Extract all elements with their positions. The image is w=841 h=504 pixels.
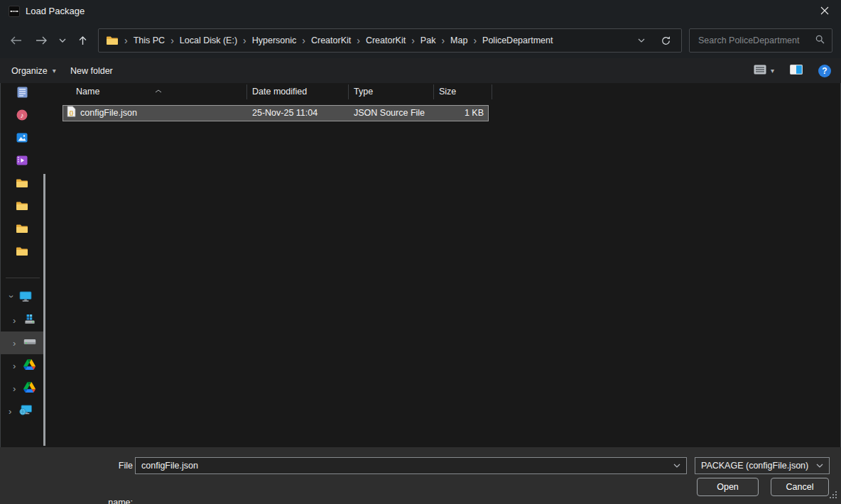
toolbar-right-group: ▾ ?	[754, 58, 831, 83]
refresh-button[interactable]	[653, 35, 674, 46]
file-row-selected[interactable]: {} configFile.json 25-Nov-25 11:04 JSON …	[63, 105, 489, 121]
local-disk-icon	[23, 338, 36, 349]
chevron-down-icon: ▾	[53, 67, 56, 75]
file-name-combobox[interactable]	[135, 457, 687, 474]
app-icon	[9, 6, 20, 17]
breadcrumb-item[interactable]: Local Disk (E:)	[178, 35, 239, 45]
cancel-button[interactable]: Cancel	[771, 478, 829, 496]
sidebar-item-pictures[interactable]	[0, 127, 44, 150]
chevron-expanded-icon[interactable]: ›	[7, 295, 16, 300]
column-divider[interactable]	[492, 84, 492, 99]
open-label: Open	[717, 482, 739, 492]
up-button[interactable]	[72, 23, 92, 58]
sidebar-item-music[interactable]: ♪	[0, 104, 44, 127]
sidebar-item-system-drive[interactable]: ›	[0, 309, 44, 332]
sidebar-item-folder-2[interactable]	[0, 195, 44, 218]
details-view-icon	[754, 65, 766, 77]
sidebar-item-this-pc[interactable]: ›	[0, 286, 44, 309]
new-folder-button[interactable]: New folder	[70, 58, 113, 83]
chevron-collapsed-icon[interactable]: ›	[13, 339, 18, 348]
folder-icon	[16, 224, 28, 236]
forward-button[interactable]	[31, 23, 51, 58]
chevron-collapsed-icon[interactable]: ›	[9, 407, 14, 416]
file-type-cell: JSON Source File	[354, 106, 425, 121]
column-header-type[interactable]: Type	[354, 83, 373, 101]
breadcrumb-separator: ›	[469, 35, 481, 45]
column-header-size[interactable]: Size	[439, 83, 456, 101]
column-divider[interactable]	[246, 84, 247, 99]
folder-icon	[106, 35, 119, 45]
breadcrumb-item[interactable]: PoliceDepartment	[481, 35, 554, 45]
close-icon	[820, 6, 829, 17]
breadcrumb-item[interactable]: This PC	[132, 35, 166, 45]
column-header-date-modified[interactable]: Date modified	[252, 83, 307, 101]
file-size-cell: 1 KB	[465, 106, 484, 121]
sidebar-item-documents[interactable]	[0, 82, 44, 104]
recent-locations-button[interactable]	[54, 23, 71, 58]
sidebar-item-google-drive-2[interactable]: ›	[0, 377, 44, 400]
organize-menu-button[interactable]: Organize ▾	[11, 58, 56, 83]
column-divider[interactable]	[433, 84, 434, 99]
file-date-cell: 25-Nov-25 11:04	[252, 106, 318, 121]
cancel-label: Cancel	[786, 482, 814, 492]
preview-pane-button[interactable]	[790, 65, 803, 77]
breadcrumb-item[interactable]: CreatorKit	[364, 35, 407, 45]
title-bar: Load Package	[0, 0, 841, 23]
chevron-collapsed-icon[interactable]: ›	[13, 384, 18, 393]
column-divider[interactable]	[348, 84, 349, 99]
search-input[interactable]	[697, 35, 815, 46]
file-name-label: File name:	[92, 447, 133, 504]
file-type-value: PACKAGE (configFile.json)	[695, 461, 810, 471]
new-folder-label: New folder	[70, 66, 113, 76]
sidebar-divider	[6, 278, 40, 278]
refresh-icon	[661, 35, 671, 46]
address-history-button[interactable]	[629, 38, 653, 43]
sidebar-item-videos[interactable]	[0, 150, 44, 172]
breadcrumb-item[interactable]: Pak	[419, 35, 438, 45]
svg-text:{}: {}	[70, 109, 74, 116]
sidebar-item-folder-3[interactable]	[0, 218, 44, 241]
sidebar-scrollbar[interactable]	[43, 174, 45, 446]
back-button[interactable]	[6, 23, 26, 58]
command-toolbar: Organize ▾ New folder ▾ ?	[0, 58, 841, 83]
sidebar-item-folder-1[interactable]	[0, 172, 44, 195]
question-mark-icon: ?	[822, 66, 827, 76]
sidebar-item-folder-4[interactable]	[0, 241, 44, 263]
column-header-name[interactable]: Name	[76, 83, 99, 101]
resize-grip[interactable]	[830, 491, 837, 501]
sidebar-item-google-drive-1[interactable]: ›	[0, 354, 44, 377]
open-button[interactable]: Open	[697, 478, 759, 496]
chevron-collapsed-icon[interactable]: ›	[13, 361, 18, 371]
search-box	[689, 28, 832, 53]
network-drive-icon	[19, 405, 33, 418]
sidebar-item-network[interactable]: ›	[0, 400, 44, 422]
breadcrumb-item[interactable]: CreatorKit	[310, 35, 352, 45]
folder-icon	[16, 246, 28, 258]
chevron-down-icon	[810, 464, 829, 468]
file-name-input[interactable]	[136, 460, 668, 471]
sidebar-item-local-disk[interactable]: ›	[0, 332, 44, 354]
column-header-row: Name Date modified Type Size	[63, 83, 493, 101]
music-icon: ♪	[16, 109, 28, 123]
preview-pane-icon	[790, 65, 803, 75]
svg-text:♪: ♪	[21, 111, 24, 119]
help-button[interactable]: ?	[818, 65, 831, 77]
breadcrumb-item[interactable]: Hypersonic	[251, 35, 298, 45]
top-zone: Load Package › This PC › Local Disk (E:)…	[0, 0, 841, 58]
navigation-pane: ♪ › › ›	[0, 83, 47, 447]
google-drive-icon	[23, 382, 36, 395]
this-pc-icon	[19, 291, 32, 305]
file-type-dropdown[interactable]: PACKAGE (configFile.json)	[695, 457, 830, 474]
navigation-row: › This PC › Local Disk (E:) › Hypersonic…	[0, 23, 841, 58]
change-view-button[interactable]: ▾	[754, 65, 774, 77]
chevron-collapsed-icon[interactable]: ›	[13, 316, 18, 325]
address-bar[interactable]: › This PC › Local Disk (E:) › Hypersonic…	[98, 28, 682, 53]
chevron-down-icon[interactable]	[668, 464, 686, 468]
close-button[interactable]	[808, 0, 841, 23]
documents-icon	[17, 87, 28, 100]
back-icon	[10, 36, 22, 45]
breadcrumb-item[interactable]: Map	[449, 35, 469, 45]
sort-ascending-icon	[155, 85, 162, 95]
breadcrumb-separator: ›	[120, 35, 132, 45]
folder-icon	[16, 201, 28, 213]
